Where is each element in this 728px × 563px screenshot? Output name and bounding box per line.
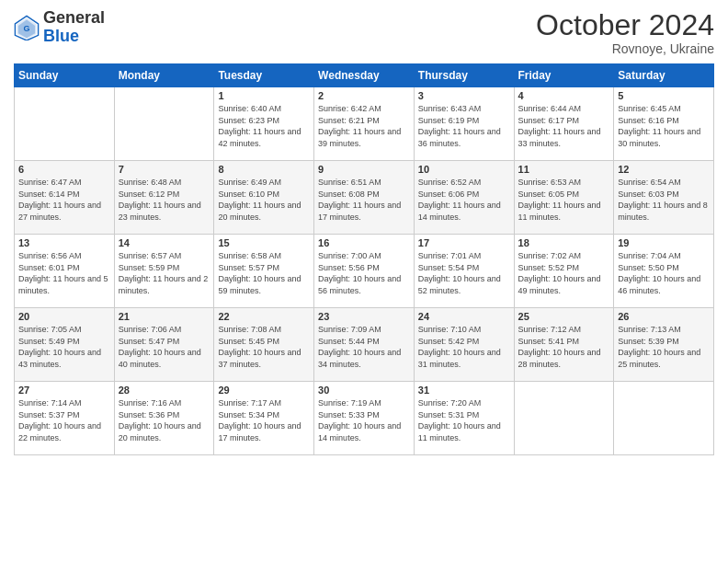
- day-number: 17: [418, 237, 510, 248]
- calendar-header-wednesday: Wednesday: [314, 64, 415, 87]
- calendar-cell: 3Sunrise: 6:43 AM Sunset: 6:19 PM Daylig…: [414, 87, 514, 161]
- day-number: 19: [618, 237, 710, 248]
- calendar-cell: 19Sunrise: 7:04 AM Sunset: 5:50 PM Dayli…: [614, 235, 714, 308]
- day-number: 24: [418, 311, 510, 322]
- day-number: 31: [418, 385, 510, 396]
- day-number: 28: [119, 385, 210, 396]
- calendar-week-1: 1Sunrise: 6:40 AM Sunset: 6:23 PM Daylig…: [15, 87, 714, 161]
- day-info: Sunrise: 6:45 AM Sunset: 6:16 PM Dayligh…: [618, 103, 710, 149]
- day-number: 14: [119, 237, 210, 248]
- calendar-cell: 12Sunrise: 6:54 AM Sunset: 6:03 PM Dayli…: [614, 161, 714, 235]
- day-number: 3: [418, 90, 510, 101]
- logo-text: General Blue: [43, 9, 105, 46]
- day-number: 1: [218, 90, 310, 101]
- day-info: Sunrise: 6:40 AM Sunset: 6:23 PM Dayligh…: [218, 103, 310, 149]
- calendar-cell: 16Sunrise: 7:00 AM Sunset: 5:56 PM Dayli…: [314, 235, 415, 308]
- calendar-cell: 5Sunrise: 6:45 AM Sunset: 6:16 PM Daylig…: [614, 87, 714, 161]
- logo: G General Blue: [14, 9, 105, 46]
- day-number: 12: [618, 164, 710, 175]
- calendar-cell: 22Sunrise: 7:08 AM Sunset: 5:45 PM Dayli…: [214, 308, 314, 382]
- day-number: 20: [18, 311, 110, 322]
- calendar-cell: 7Sunrise: 6:48 AM Sunset: 6:12 PM Daylig…: [114, 161, 214, 235]
- subtitle: Rovnoye, Ukraine: [536, 41, 714, 56]
- day-number: 5: [618, 90, 710, 101]
- day-info: Sunrise: 7:13 AM Sunset: 5:39 PM Dayligh…: [618, 324, 710, 370]
- day-info: Sunrise: 7:20 AM Sunset: 5:31 PM Dayligh…: [418, 397, 510, 443]
- day-info: Sunrise: 6:57 AM Sunset: 5:59 PM Dayligh…: [119, 250, 210, 296]
- calendar-cell: 23Sunrise: 7:09 AM Sunset: 5:44 PM Dayli…: [314, 308, 415, 382]
- calendar-cell: 15Sunrise: 6:58 AM Sunset: 5:57 PM Dayli…: [214, 235, 314, 308]
- page: G General Blue October 2024 Rovnoye, Ukr…: [0, 0, 728, 563]
- day-number: 30: [318, 385, 410, 396]
- day-info: Sunrise: 7:00 AM Sunset: 5:56 PM Dayligh…: [318, 250, 410, 296]
- calendar-cell: 9Sunrise: 6:51 AM Sunset: 6:08 PM Daylig…: [314, 161, 415, 235]
- day-info: Sunrise: 7:14 AM Sunset: 5:37 PM Dayligh…: [18, 397, 110, 443]
- day-info: Sunrise: 7:17 AM Sunset: 5:34 PM Dayligh…: [218, 397, 310, 443]
- calendar-cell: 30Sunrise: 7:19 AM Sunset: 5:33 PM Dayli…: [314, 382, 415, 455]
- day-number: 16: [318, 237, 410, 248]
- title-block: October 2024 Rovnoye, Ukraine: [536, 9, 714, 56]
- calendar-cell: 17Sunrise: 7:01 AM Sunset: 5:54 PM Dayli…: [414, 235, 514, 308]
- calendar-cell: 26Sunrise: 7:13 AM Sunset: 5:39 PM Dayli…: [614, 308, 714, 382]
- calendar-cell: 29Sunrise: 7:17 AM Sunset: 5:34 PM Dayli…: [214, 382, 314, 455]
- calendar-cell: 8Sunrise: 6:49 AM Sunset: 6:10 PM Daylig…: [214, 161, 314, 235]
- header: G General Blue October 2024 Rovnoye, Ukr…: [14, 9, 714, 56]
- calendar-cell: 4Sunrise: 6:44 AM Sunset: 6:17 PM Daylig…: [514, 87, 614, 161]
- calendar-cell: 10Sunrise: 6:52 AM Sunset: 6:06 PM Dayli…: [414, 161, 514, 235]
- day-number: 26: [618, 311, 710, 322]
- calendar-cell: 21Sunrise: 7:06 AM Sunset: 5:47 PM Dayli…: [114, 308, 214, 382]
- day-info: Sunrise: 7:19 AM Sunset: 5:33 PM Dayligh…: [318, 397, 410, 443]
- day-info: Sunrise: 6:51 AM Sunset: 6:08 PM Dayligh…: [318, 177, 410, 223]
- day-info: Sunrise: 6:47 AM Sunset: 6:14 PM Dayligh…: [18, 177, 110, 223]
- day-info: Sunrise: 6:48 AM Sunset: 6:12 PM Dayligh…: [119, 177, 210, 223]
- day-number: 7: [119, 164, 210, 175]
- calendar-header-tuesday: Tuesday: [214, 64, 314, 87]
- day-number: 27: [18, 385, 110, 396]
- calendar-header-thursday: Thursday: [414, 64, 514, 87]
- day-number: 11: [518, 164, 610, 175]
- calendar-week-2: 6Sunrise: 6:47 AM Sunset: 6:14 PM Daylig…: [15, 161, 714, 235]
- day-number: 21: [119, 311, 210, 322]
- calendar-cell: 11Sunrise: 6:53 AM Sunset: 6:05 PM Dayli…: [514, 161, 614, 235]
- day-info: Sunrise: 7:01 AM Sunset: 5:54 PM Dayligh…: [418, 250, 510, 296]
- calendar-week-5: 27Sunrise: 7:14 AM Sunset: 5:37 PM Dayli…: [15, 382, 714, 455]
- day-info: Sunrise: 7:02 AM Sunset: 5:52 PM Dayligh…: [518, 250, 610, 296]
- day-number: 4: [518, 90, 610, 101]
- calendar-cell: 2Sunrise: 6:42 AM Sunset: 6:21 PM Daylig…: [314, 87, 415, 161]
- logo-general: General: [43, 8, 105, 27]
- svg-text:G: G: [23, 24, 29, 33]
- day-info: Sunrise: 6:52 AM Sunset: 6:06 PM Dayligh…: [418, 177, 510, 223]
- calendar-cell: 24Sunrise: 7:10 AM Sunset: 5:42 PM Dayli…: [414, 308, 514, 382]
- day-number: 29: [218, 385, 310, 396]
- day-info: Sunrise: 7:09 AM Sunset: 5:44 PM Dayligh…: [318, 324, 410, 370]
- calendar-table: SundayMondayTuesdayWednesdayThursdayFrid…: [14, 63, 714, 455]
- day-info: Sunrise: 6:49 AM Sunset: 6:10 PM Dayligh…: [218, 177, 310, 223]
- day-info: Sunrise: 7:12 AM Sunset: 5:41 PM Dayligh…: [518, 324, 610, 370]
- calendar-header-monday: Monday: [114, 64, 214, 87]
- calendar-cell: 6Sunrise: 6:47 AM Sunset: 6:14 PM Daylig…: [15, 161, 115, 235]
- day-number: 10: [418, 164, 510, 175]
- calendar-cell: 13Sunrise: 6:56 AM Sunset: 6:01 PM Dayli…: [15, 235, 115, 308]
- day-info: Sunrise: 7:04 AM Sunset: 5:50 PM Dayligh…: [618, 250, 710, 296]
- day-number: 25: [518, 311, 610, 322]
- day-number: 2: [318, 90, 410, 101]
- calendar-cell: 20Sunrise: 7:05 AM Sunset: 5:49 PM Dayli…: [15, 308, 115, 382]
- calendar-header-sunday: Sunday: [15, 64, 115, 87]
- day-number: 23: [318, 311, 410, 322]
- day-info: Sunrise: 7:10 AM Sunset: 5:42 PM Dayligh…: [418, 324, 510, 370]
- day-info: Sunrise: 6:56 AM Sunset: 6:01 PM Dayligh…: [18, 250, 110, 296]
- calendar-cell: 28Sunrise: 7:16 AM Sunset: 5:36 PM Dayli…: [114, 382, 214, 455]
- calendar-cell: 14Sunrise: 6:57 AM Sunset: 5:59 PM Dayli…: [114, 235, 214, 308]
- day-info: Sunrise: 7:16 AM Sunset: 5:36 PM Dayligh…: [119, 397, 210, 443]
- calendar-cell: 27Sunrise: 7:14 AM Sunset: 5:37 PM Dayli…: [15, 382, 115, 455]
- calendar-header-row: SundayMondayTuesdayWednesdayThursdayFrid…: [15, 64, 714, 87]
- day-info: Sunrise: 6:58 AM Sunset: 5:57 PM Dayligh…: [218, 250, 310, 296]
- day-info: Sunrise: 7:05 AM Sunset: 5:49 PM Dayligh…: [18, 324, 110, 370]
- calendar-cell: [114, 87, 214, 161]
- calendar-cell: 25Sunrise: 7:12 AM Sunset: 5:41 PM Dayli…: [514, 308, 614, 382]
- calendar-cell: [15, 87, 115, 161]
- logo-icon: G: [14, 15, 40, 40]
- calendar-header-friday: Friday: [514, 64, 614, 87]
- calendar-cell: 1Sunrise: 6:40 AM Sunset: 6:23 PM Daylig…: [214, 87, 314, 161]
- day-number: 22: [218, 311, 310, 322]
